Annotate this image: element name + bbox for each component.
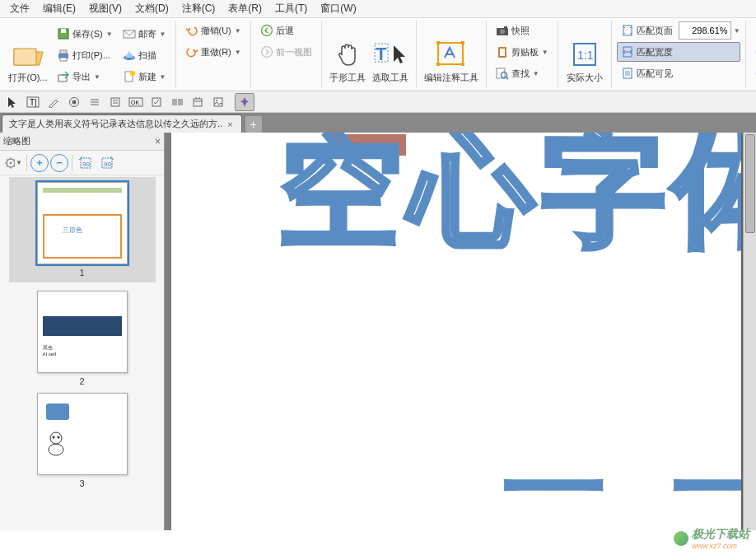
thumbnail-3[interactable]: 3 bbox=[37, 393, 128, 488]
thumbnail-1[interactable]: 三原色 1 bbox=[9, 177, 156, 282]
svg-point-56 bbox=[52, 436, 54, 439]
svg-point-49 bbox=[10, 161, 12, 164]
print-button[interactable]: 打印(P)... bbox=[53, 45, 117, 65]
export-button[interactable]: 导出▼ bbox=[53, 67, 117, 86]
dropdown-icon: ▼ bbox=[235, 27, 241, 35]
lines-tool[interactable] bbox=[85, 93, 105, 111]
edit-annotation-button[interactable]: 编辑注释工具 bbox=[422, 21, 481, 86]
new-button[interactable]: 新建▼ bbox=[119, 67, 170, 86]
zoom-out-button[interactable]: 缩小 bbox=[751, 63, 756, 83]
image-tool[interactable] bbox=[208, 93, 228, 111]
sidebar-rotate-cw[interactable]: 90 bbox=[97, 153, 117, 173]
actual-size-button[interactable]: 1:1 实际大小 bbox=[563, 21, 606, 86]
dropdown-icon: ▼ bbox=[235, 49, 241, 56]
svg-point-57 bbox=[57, 436, 59, 439]
zoom-input[interactable] bbox=[679, 21, 731, 40]
annotation-icon bbox=[435, 38, 468, 71]
menu-window[interactable]: 窗口(W) bbox=[314, 0, 362, 17]
select-icon: T bbox=[374, 38, 407, 71]
scanner-icon bbox=[123, 49, 136, 62]
svg-rect-24 bbox=[497, 68, 505, 78]
form-tool[interactable] bbox=[105, 93, 125, 111]
dropdown-icon: ▼ bbox=[542, 49, 548, 56]
ok-tool[interactable]: OK bbox=[126, 93, 146, 111]
menu-comment[interactable]: 注释(C) bbox=[175, 0, 222, 17]
text-tool[interactable]: T| bbox=[23, 93, 43, 111]
find-button[interactable]: 查找▼ bbox=[492, 63, 553, 83]
sidebar-options-button[interactable]: ▼ bbox=[3, 153, 23, 173]
hand-tool-button[interactable]: 手形工具 bbox=[327, 21, 368, 86]
tab-close-icon[interactable]: × bbox=[226, 119, 234, 129]
sidebar-zoom-in[interactable]: + bbox=[30, 154, 49, 172]
watermark-text: 极光下载站 bbox=[692, 527, 749, 542]
back-icon bbox=[260, 24, 273, 37]
dropdown-icon: ▼ bbox=[160, 73, 166, 81]
menu-document[interactable]: 文档(D) bbox=[128, 0, 175, 17]
barcode-tool[interactable] bbox=[167, 93, 187, 111]
pointer-tool[interactable] bbox=[2, 93, 22, 111]
mail-button[interactable]: 邮寄▼ bbox=[119, 24, 170, 44]
vertical-scrollbar[interactable] bbox=[743, 133, 756, 530]
menubar: 文件 编辑(E) 视图(V) 文档(D) 注释(C) 表单(R) 工具(T) 窗… bbox=[0, 0, 756, 18]
export-icon bbox=[57, 70, 70, 83]
redo-button[interactable]: 重做(R)▼ bbox=[181, 42, 245, 62]
prevview-button[interactable]: 前一视图 bbox=[256, 42, 316, 62]
svg-text:T: T bbox=[376, 44, 387, 64]
watermark-logo-icon bbox=[674, 531, 688, 546]
dropdown-icon[interactable]: ▼ bbox=[734, 27, 740, 35]
document-page: 空心字体 一 一 bbox=[171, 133, 741, 530]
tabbar: 文字是人类用表义符号记录表达信息以传之久远的方.. × + bbox=[0, 113, 756, 133]
zoom-input-group: ▼ bbox=[679, 21, 740, 40]
pin-tool[interactable] bbox=[235, 93, 254, 111]
zoom-in-button[interactable]: 放大 bbox=[751, 42, 756, 62]
menu-edit[interactable]: 编辑(E) bbox=[36, 0, 82, 17]
menu-tools[interactable]: 工具(T) bbox=[268, 0, 314, 17]
check-tool[interactable] bbox=[147, 93, 166, 111]
sidebar-zoom-out[interactable]: − bbox=[50, 154, 68, 172]
sidebar-close-icon[interactable]: × bbox=[155, 136, 161, 147]
clipboard-button[interactable]: 剪贴板▼ bbox=[492, 42, 553, 62]
document-tab[interactable]: 文字是人类用表义符号记录表达信息以传之久远的方.. × bbox=[2, 114, 242, 133]
fit-width-button[interactable]: 匹配宽度 bbox=[617, 42, 740, 62]
thumbnail-2[interactable]: 黑色AI self 2 bbox=[37, 291, 128, 386]
watermark: 极光下载站 www.xz7.com bbox=[674, 527, 749, 550]
svg-point-40 bbox=[72, 100, 77, 104]
svg-point-9 bbox=[130, 71, 135, 76]
fit-visible-button[interactable]: 匹配可见 bbox=[617, 63, 740, 83]
tab-add-button[interactable]: + bbox=[245, 116, 262, 133]
svg-rect-21 bbox=[504, 26, 507, 28]
scrollbar-thumb[interactable] bbox=[745, 134, 755, 233]
actual-size-icon: 1:1 bbox=[568, 38, 601, 71]
back-button[interactable]: 后退 bbox=[256, 21, 316, 40]
svg-rect-1 bbox=[61, 29, 66, 33]
sidebar-rotate-ccw[interactable]: 90 bbox=[76, 153, 96, 173]
pencil-tool[interactable] bbox=[44, 93, 63, 111]
snapshot-button[interactable]: 快照 bbox=[492, 21, 553, 40]
svg-text:OK: OK bbox=[131, 100, 139, 105]
scan-button[interactable]: 扫描 bbox=[119, 45, 170, 65]
save-button[interactable]: 保存(S)▼ bbox=[53, 24, 117, 44]
svg-rect-4 bbox=[60, 58, 67, 61]
fit-page-button[interactable]: 匹配页面 bbox=[617, 21, 677, 40]
sidebar-header: 缩略图 × bbox=[0, 133, 164, 151]
svg-rect-3 bbox=[60, 50, 67, 54]
thumbnails-sidebar: 缩略图 × ▼ + − 90 90 三原色 1 黑色AI self 2 3 bbox=[0, 133, 165, 530]
svg-rect-46 bbox=[214, 98, 222, 106]
undo-button[interactable]: 撤销(U)▼ bbox=[181, 21, 245, 40]
calendar-tool[interactable] bbox=[188, 93, 208, 111]
zoom-tool-button[interactable]: 缩放工 bbox=[751, 21, 756, 40]
svg-point-55 bbox=[49, 444, 63, 455]
select-tool-button[interactable]: T 选取工具 bbox=[370, 21, 411, 86]
fit-visible-icon bbox=[621, 67, 634, 80]
menu-file[interactable]: 文件 bbox=[3, 0, 36, 17]
svg-text:90: 90 bbox=[82, 161, 90, 168]
dropdown-icon: ▼ bbox=[94, 73, 100, 81]
open-button[interactable]: 打开(O)... bbox=[5, 21, 51, 86]
main-viewport[interactable]: 空心字体 一 一 bbox=[165, 133, 756, 530]
menu-view[interactable]: 视图(V) bbox=[82, 0, 128, 17]
radio-tool[interactable] bbox=[64, 93, 84, 111]
hand-icon bbox=[331, 38, 364, 71]
svg-line-26 bbox=[506, 77, 508, 79]
menu-form[interactable]: 表单(R) bbox=[222, 0, 268, 17]
prev-view-icon bbox=[260, 45, 273, 58]
